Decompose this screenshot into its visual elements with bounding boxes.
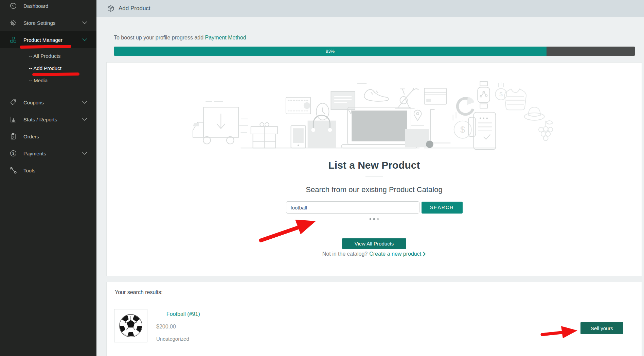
bar-chart-icon — [9, 115, 17, 123]
progress-fill: 83% — [114, 47, 547, 56]
product-category: Uncategorized — [156, 336, 200, 342]
credit-card-icon — [424, 88, 446, 104]
sidebar-item-label: Payments — [23, 151, 46, 156]
receipt-icon — [468, 112, 496, 150]
product-blocks-icon — [9, 36, 17, 44]
exercise-bike-icon — [395, 88, 418, 108]
sidebar: Dashboard Store Settings Product Manager — [0, 0, 96, 356]
chevron-down-icon — [82, 21, 87, 24]
payment-method-link[interactable]: Payment Method — [205, 35, 246, 40]
wallet-icon — [286, 97, 310, 114]
sidebar-item-store-settings[interactable]: Store Settings — [0, 14, 96, 31]
sidebar-item-label: Tools — [23, 168, 35, 173]
svg-text:$: $ — [12, 152, 14, 155]
create-new-product-link[interactable]: Create a new product — [369, 251, 421, 257]
notice-text: To boost up your profile progress add — [114, 35, 203, 40]
cube-icon — [107, 5, 114, 12]
truck-icon — [193, 102, 248, 144]
create-product-row: Not in the catalog? Create a new product — [107, 251, 642, 257]
profile-progress-notice: To boost up your profile progress add Pa… — [114, 35, 644, 41]
sidebar-item-tools[interactable]: Tools — [0, 162, 96, 179]
page-header: Add Product — [96, 0, 644, 17]
dashboard-gauge-icon — [9, 2, 17, 10]
svg-text:$: $ — [499, 91, 503, 98]
smartwatch-icon — [478, 82, 489, 108]
main-area: Add Product To boost up your profile pro… — [96, 0, 644, 356]
chevron-down-icon — [82, 118, 87, 121]
chevron-down-icon — [82, 38, 87, 41]
view-all-products-button[interactable]: View All Products — [342, 238, 406, 249]
progress-percent-label: 83% — [326, 49, 335, 54]
heading-divider — [365, 176, 383, 176]
ecommerce-illustration: $ $ — [191, 78, 558, 151]
pie-chart-icon — [457, 97, 474, 114]
app-window: Dashboard Store Settings Product Manager — [0, 0, 644, 356]
chevron-down-icon — [82, 152, 87, 155]
sneaker-icon — [364, 89, 388, 101]
sidebar-item-label: Store Settings — [23, 20, 55, 26]
content: To boost up your profile progress add Pa… — [96, 17, 644, 356]
not-in-catalog-text: Not in the catalog? — [322, 251, 368, 257]
sidebar-item-label: Orders — [23, 134, 39, 139]
product-name-link[interactable]: Football (#91) — [166, 311, 200, 317]
sidebar-subitem-label: -- Media — [29, 78, 48, 83]
product-info: Football (#91) $200.00 Uncategorized — [156, 309, 200, 342]
hand-truck-icon — [405, 109, 450, 148]
sidebar-item-label: Coupons — [23, 100, 44, 105]
soccer-ball-image — [118, 313, 144, 339]
hat-icon — [524, 107, 544, 120]
sidebar-item-label: Product Manager — [23, 37, 62, 43]
catalog-search-subtitle: Search from our existing Product Catalog — [107, 185, 642, 194]
sidebar-item-add-product[interactable]: -- Add Product — [0, 62, 96, 74]
sidebar-item-orders[interactable]: Orders — [0, 128, 96, 145]
phone-icon — [291, 125, 305, 148]
jacket-icon — [504, 89, 526, 110]
sell-yours-button[interactable]: Sell yours — [580, 322, 623, 334]
sidebar-item-label: Dashboard — [23, 3, 48, 9]
sidebar-item-payments[interactable]: $ Payments — [0, 145, 96, 162]
search-results-panel: Your search results: — [106, 282, 642, 356]
wrench-icon — [9, 166, 17, 174]
product-thumbnail — [114, 309, 147, 342]
product-price: $200.00 — [156, 324, 200, 330]
chevron-down-icon — [82, 101, 87, 104]
profile-progress-bar: 83% — [114, 47, 635, 56]
search-input[interactable] — [286, 201, 419, 214]
sidebar-item-dashboard[interactable]: Dashboard — [0, 0, 96, 14]
svg-text:$: $ — [460, 125, 465, 134]
sidebar-item-media[interactable]: -- Media — [0, 74, 96, 86]
speech-bubble-icon — [331, 84, 366, 114]
grapes-icon — [539, 121, 553, 140]
tag-icon — [9, 98, 17, 106]
gear-icon — [9, 19, 17, 27]
sidebar-item-label: Stats / Reports — [23, 117, 57, 122]
chevron-right-icon — [423, 252, 426, 256]
catalog-panel: $ $ — [106, 62, 642, 276]
sidebar-item-coupons[interactable]: Coupons — [0, 94, 96, 111]
sidebar-subitem-label: -- Add Product — [29, 65, 61, 71]
result-row: Football (#91) $200.00 Uncategorized — [107, 302, 642, 353]
dollar-circle-icon: $ — [9, 149, 17, 157]
catalog-search-row: SEARCH — [107, 201, 642, 214]
sidebar-item-stats-reports[interactable]: Stats / Reports — [0, 111, 96, 128]
clipboard-icon — [9, 132, 17, 140]
page-main-heading: List a New Product — [107, 159, 642, 172]
sidebar-subitem-label: -- All Products — [29, 53, 60, 59]
sidebar-item-all-products[interactable]: -- All Products — [0, 50, 96, 62]
search-button[interactable]: SEARCH — [422, 202, 463, 214]
loading-dots — [107, 218, 642, 220]
annotation-underline-add-product — [32, 72, 79, 76]
page-title: Add Product — [119, 5, 150, 12]
results-heading: Your search results: — [107, 282, 642, 295]
gift-icon — [251, 123, 278, 148]
